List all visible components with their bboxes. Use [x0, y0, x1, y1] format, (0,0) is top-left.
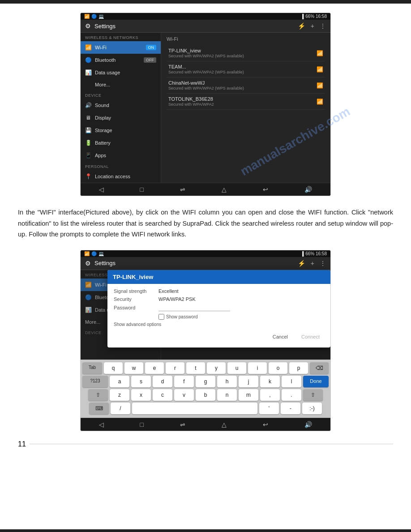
key-z[interactable]: z [110, 389, 129, 401]
key-b[interactable]: b [196, 389, 215, 401]
apps-label: Apps [95, 153, 106, 158]
display-label: Display [95, 115, 111, 120]
net-info-0: TP-LINK_iview Secured with WPA/WPA2 (WPS… [168, 48, 244, 58]
battery-menu-icon: 🔋 [85, 140, 91, 146]
sidebar-item-apps[interactable]: 📱 Apps [81, 149, 161, 162]
sidebar-item-sound[interactable]: 🔊 Sound [81, 99, 161, 112]
storage-menu-icon: 💾 [85, 127, 91, 133]
nav-square[interactable]: □ [140, 186, 144, 193]
wifi-panel-title: Wi-Fi [167, 36, 325, 42]
more-icon-2[interactable]: ⋮ [320, 260, 326, 267]
nav-square-2[interactable]: □ [140, 421, 144, 428]
more-label: More... [95, 82, 110, 87]
nav-volume-2[interactable]: 🔊 [304, 421, 312, 428]
nav-return[interactable]: ↩ [263, 186, 268, 193]
key-h[interactable]: h [217, 376, 237, 387]
key-i[interactable]: i [248, 362, 267, 374]
key-done[interactable]: Done [303, 376, 329, 387]
plus-icon-2[interactable]: + [311, 260, 314, 267]
dialog-title: TP-LINK_iview [107, 270, 330, 284]
sidebar-item-wifi[interactable]: 📶 Wi-Fi ON [81, 41, 161, 54]
key-s[interactable]: s [131, 376, 151, 387]
key-l[interactable]: l [282, 376, 301, 387]
key-u[interactable]: u [227, 362, 246, 374]
key-emoji[interactable]: :-) [302, 403, 322, 414]
app-bar-2: ⚙ Settings ⚡ + ⋮ [81, 257, 330, 270]
storage-icon: 💻 [98, 14, 104, 19]
data-menu-icon-2: 📊 [85, 307, 91, 313]
net-name-1: TEAM... [168, 64, 244, 69]
key-q[interactable]: q [104, 362, 123, 374]
nav-home[interactable]: △ [222, 186, 227, 193]
key-period[interactable]: . [282, 389, 301, 401]
sidebar-item-battery[interactable]: 🔋 Battery [81, 137, 161, 149]
plus-icon[interactable]: + [311, 22, 314, 30]
key-y[interactable]: y [207, 362, 226, 374]
key-a[interactable]: a [110, 376, 129, 387]
key-o[interactable]: o [269, 362, 287, 374]
show-password-checkbox[interactable] [158, 314, 164, 320]
key-backspace[interactable]: ⌫ [310, 362, 329, 374]
nav-volume[interactable]: 🔊 [304, 186, 312, 193]
key-tab[interactable]: Tab [82, 362, 102, 374]
sidebar-item-bluetooth[interactable]: 🔵 Bluetooth OFF [81, 54, 161, 66]
sidebar-item-display[interactable]: 🖥 Display [81, 112, 161, 124]
key-j[interactable]: j [239, 376, 258, 387]
nav-home-2[interactable]: △ [222, 421, 227, 428]
key-num[interactable]: ?123 [82, 376, 108, 387]
key-d[interactable]: d [153, 376, 172, 387]
key-e[interactable]: e [145, 362, 164, 374]
cancel-button[interactable]: Cancel [268, 332, 292, 341]
nav-connect-2[interactable]: ⇌ [180, 421, 185, 428]
nav-back-2[interactable]: ◁ [99, 421, 104, 428]
sidebar-item-data[interactable]: 📊 Data usage [81, 66, 161, 79]
key-m[interactable]: m [239, 389, 258, 401]
kb-row-2: ?123 a s d f g h j k l Done [82, 376, 329, 387]
storage-icon-2: 💻 [98, 251, 104, 256]
key-v[interactable]: v [174, 389, 194, 401]
sidebar-item-more[interactable]: More... [81, 79, 161, 90]
key-comma[interactable]: , [260, 389, 280, 401]
bolt-icon-2[interactable]: ⚡ [298, 260, 305, 267]
wifi-signal-0: 📶 [317, 50, 323, 56]
network-item-2[interactable]: ChinaNet-wwWJ Secured with WPA/WPA2 (WPS… [167, 77, 325, 94]
battery-label: Battery [95, 140, 111, 146]
sidebar-item-storage[interactable]: 💾 Storage [81, 124, 161, 137]
status-right-info-2: ▌66% 16:58 [302, 251, 327, 256]
key-x[interactable]: x [131, 389, 151, 401]
bt-toggle[interactable]: OFF [144, 57, 156, 63]
security-label: Security [114, 296, 154, 302]
key-slash[interactable]: / [111, 403, 130, 414]
bolt-icon[interactable]: ⚡ [298, 22, 305, 30]
key-t[interactable]: t [186, 362, 205, 374]
nav-connect[interactable]: ⇌ [180, 186, 185, 193]
key-apostrophe[interactable]: ' [259, 403, 279, 414]
key-f[interactable]: f [174, 376, 194, 387]
key-space[interactable] [132, 403, 257, 414]
key-shift-left[interactable]: ⇧ [88, 389, 108, 401]
key-shift-right[interactable]: ⇧ [303, 389, 323, 401]
kb-row-1: Tab q w e r t y u i o p ⌫ [82, 362, 329, 374]
network-item-3[interactable]: TOTOLINK_B36E28 Secured with WPA/WPA2 📶 [167, 94, 325, 110]
sidebar-item-location[interactable]: 📍 Location access [81, 170, 161, 183]
key-k[interactable]: k [260, 376, 280, 387]
key-n[interactable]: n [217, 389, 237, 401]
network-item-0[interactable]: TP-LINK_iview Secured with WPA/WPA2 (WPS… [167, 45, 325, 61]
key-keyboard[interactable]: ⌨ [89, 403, 109, 414]
network-item-1[interactable]: TEAM... Secured with WPA/WPA2 (WPS avail… [167, 61, 325, 77]
nav-back[interactable]: ◁ [99, 186, 104, 193]
show-advanced-row[interactable]: Show advanced options [114, 322, 324, 327]
key-r[interactable]: r [166, 362, 184, 374]
wifi-toggle[interactable]: ON [146, 45, 157, 50]
nav-return-2[interactable]: ↩ [263, 421, 268, 428]
key-dash[interactable]: - [281, 403, 300, 414]
key-p[interactable]: p [289, 362, 308, 374]
key-c[interactable]: c [153, 389, 172, 401]
key-g[interactable]: g [196, 376, 215, 387]
status-left-icons-2: 📶 🔵 💻 [84, 251, 104, 256]
connect-button[interactable]: Connect [297, 332, 324, 341]
password-input[interactable] [158, 305, 230, 311]
settings-body-1: WIRELESS & NETWORKS 📶 Wi-Fi ON 🔵 Bluetoo… [81, 33, 330, 183]
more-icon[interactable]: ⋮ [320, 22, 326, 30]
key-w[interactable]: w [124, 362, 143, 374]
